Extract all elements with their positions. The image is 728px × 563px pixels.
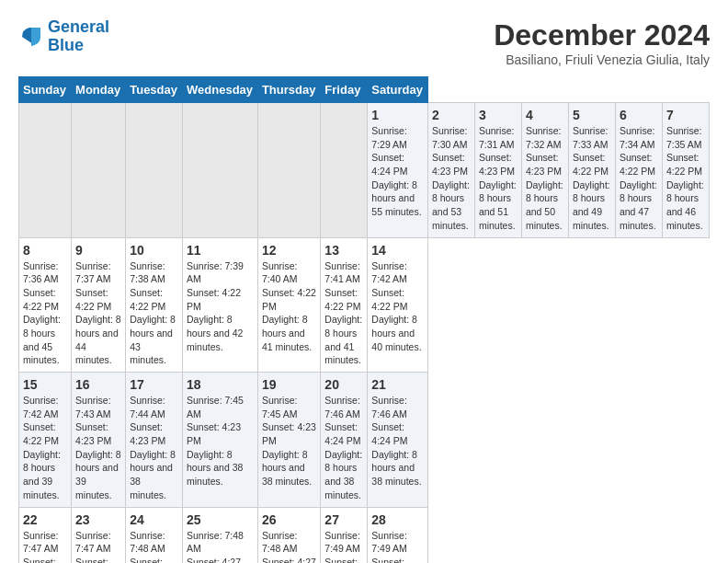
day-number: 2 <box>432 108 471 122</box>
sunrise: Sunrise: 7:49 AM <box>371 530 407 555</box>
calendar-cell <box>126 103 183 238</box>
sunrise: Sunrise: 7:31 AM <box>479 125 515 150</box>
sunset: Sunset: 4:22 PM <box>75 287 111 312</box>
daylight: Daylight: 8 hours and 45 minutes. <box>23 314 61 365</box>
sunrise: Sunrise: 7:37 AM <box>75 260 111 285</box>
sunset: Sunset: 4:23 PM <box>479 152 515 177</box>
calendar-cell: 19Sunrise: 7:45 AMSunset: 4:23 PMDayligh… <box>257 373 320 508</box>
sunrise: Sunrise: 7:46 AM <box>371 395 407 419</box>
cell-content: Sunrise: 7:32 AMSunset: 4:23 PMDaylight:… <box>526 124 564 233</box>
daylight: Daylight: 8 hours and 39 minutes. <box>23 449 61 500</box>
sunrise: Sunrise: 7:43 AM <box>75 395 111 419</box>
sunset: Sunset: 4:25 PM <box>75 557 111 563</box>
cell-content: Sunrise: 7:46 AMSunset: 4:24 PMDaylight:… <box>324 394 363 502</box>
sunrise: Sunrise: 7:30 AM <box>432 125 468 150</box>
sunset: Sunset: 4:23 PM <box>130 421 165 446</box>
daylight: Daylight: 8 hours and 40 minutes. <box>371 314 421 351</box>
day-number: 10 <box>130 243 178 258</box>
sunset: Sunset: 4:27 PM <box>262 557 316 563</box>
sunset: Sunset: 4:24 PM <box>371 152 407 177</box>
cell-content: Sunrise: 7:44 AMSunset: 4:23 PMDaylight:… <box>130 394 178 502</box>
calendar-cell: 13Sunrise: 7:41 AMSunset: 4:22 PMDayligh… <box>321 237 368 373</box>
sunset: Sunset: 4:22 PM <box>620 152 655 177</box>
daylight: Daylight: 8 hours and 51 minutes. <box>479 179 517 231</box>
daylight: Daylight: 8 hours and 47 minutes. <box>620 179 657 231</box>
day-number: 13 <box>324 243 363 258</box>
day-number: 4 <box>526 108 564 122</box>
sunrise: Sunrise: 7:38 AM <box>130 260 165 285</box>
sunset: Sunset: 4:24 PM <box>371 421 407 446</box>
cell-content: Sunrise: 7:36 AMSunset: 4:22 PMDaylight:… <box>23 259 67 368</box>
calendar-cell: 15Sunrise: 7:42 AMSunset: 4:22 PMDayligh… <box>19 373 72 508</box>
calendar-cell: 9Sunrise: 7:37 AMSunset: 4:22 PMDaylight… <box>72 237 126 373</box>
daylight: Daylight: 8 hours and 38 minutes. <box>324 449 362 500</box>
calendar-cell: 3Sunrise: 7:31 AMSunset: 4:23 PMDaylight… <box>474 103 521 238</box>
sunset: Sunset: 4:22 PM <box>371 287 407 312</box>
cell-content: Sunrise: 7:31 AMSunset: 4:23 PMDaylight:… <box>479 124 518 233</box>
day-number: 23 <box>75 512 121 527</box>
calendar-cell: 20Sunrise: 7:46 AMSunset: 4:24 PMDayligh… <box>321 373 368 508</box>
sunrise: Sunrise: 7:48 AM <box>262 530 298 555</box>
sunset: Sunset: 4:23 PM <box>75 421 111 446</box>
sunrise: Sunrise: 7:42 AM <box>371 260 407 285</box>
logo-text: General Blue <box>48 18 109 55</box>
day-number: 21 <box>371 377 424 392</box>
cell-content: Sunrise: 7:48 AMSunset: 4:27 PMDaylight:… <box>262 529 316 564</box>
header-saturday: Saturday <box>368 77 428 103</box>
daylight: Daylight: 8 hours and 41 minutes. <box>324 314 362 365</box>
sunset: Sunset: 4:28 PM <box>324 557 360 563</box>
calendar-header-row: SundayMondayTuesdayWednesdayThursdayFrid… <box>19 77 710 103</box>
calendar-cell: 6Sunrise: 7:34 AMSunset: 4:22 PMDaylight… <box>615 103 662 238</box>
logo: General Blue <box>18 18 109 55</box>
sunrise: Sunrise: 7:48 AM <box>187 530 244 555</box>
header-sunday: Sunday <box>19 77 72 103</box>
calendar-week-row: 22Sunrise: 7:47 AMSunset: 4:25 PMDayligh… <box>19 507 710 563</box>
sunrise: Sunrise: 7:47 AM <box>23 530 59 555</box>
calendar-cell: 4Sunrise: 7:32 AMSunset: 4:23 PMDaylight… <box>521 103 568 238</box>
page-header: General Blue December 2024 Basiliano, Fr… <box>18 18 710 67</box>
cell-content: Sunrise: 7:45 AMSunset: 4:23 PMDaylight:… <box>187 394 254 488</box>
sunrise: Sunrise: 7:41 AM <box>324 260 360 285</box>
header-thursday: Thursday <box>257 77 320 103</box>
sunset: Sunset: 4:26 PM <box>130 557 165 563</box>
day-number: 28 <box>371 512 424 527</box>
sunrise: Sunrise: 7:48 AM <box>130 530 165 555</box>
calendar-cell: 7Sunrise: 7:35 AMSunset: 4:22 PMDaylight… <box>662 103 709 238</box>
sunrise: Sunrise: 7:45 AM <box>262 395 298 419</box>
calendar-table: SundayMondayTuesdayWednesdayThursdayFrid… <box>18 76 710 563</box>
calendar-cell <box>257 103 320 238</box>
logo-line1: General <box>48 17 109 36</box>
day-number: 22 <box>23 512 67 527</box>
cell-content: Sunrise: 7:34 AMSunset: 4:22 PMDaylight:… <box>620 124 658 233</box>
calendar-cell: 1Sunrise: 7:29 AMSunset: 4:24 PMDaylight… <box>368 103 428 238</box>
cell-content: Sunrise: 7:29 AMSunset: 4:24 PMDaylight:… <box>371 124 424 219</box>
calendar-week-row: 8Sunrise: 7:36 AMSunset: 4:22 PMDaylight… <box>19 237 710 373</box>
cell-content: Sunrise: 7:40 AMSunset: 4:22 PMDaylight:… <box>262 259 316 354</box>
daylight: Daylight: 8 hours and 38 minutes. <box>371 449 421 487</box>
header-friday: Friday <box>321 77 368 103</box>
calendar-cell: 27Sunrise: 7:49 AMSunset: 4:28 PMDayligh… <box>321 507 368 563</box>
sunrise: Sunrise: 7:40 AM <box>262 260 298 285</box>
daylight: Daylight: 8 hours and 53 minutes. <box>432 179 470 231</box>
calendar-cell: 23Sunrise: 7:47 AMSunset: 4:25 PMDayligh… <box>72 507 126 563</box>
calendar-cell: 22Sunrise: 7:47 AMSunset: 4:25 PMDayligh… <box>19 507 72 563</box>
day-number: 1 <box>371 108 424 122</box>
daylight: Daylight: 8 hours and 50 minutes. <box>526 179 563 231</box>
daylight: Daylight: 8 hours and 44 minutes. <box>75 314 121 365</box>
cell-content: Sunrise: 7:48 AMSunset: 4:26 PMDaylight:… <box>130 529 178 564</box>
sunrise: Sunrise: 7:45 AM <box>187 395 244 419</box>
day-number: 20 <box>324 377 363 392</box>
sunset: Sunset: 4:22 PM <box>262 287 316 312</box>
day-number: 27 <box>324 512 363 527</box>
cell-content: Sunrise: 7:35 AMSunset: 4:22 PMDaylight:… <box>666 124 705 233</box>
cell-content: Sunrise: 7:46 AMSunset: 4:24 PMDaylight:… <box>371 394 424 488</box>
sunset: Sunset: 4:22 PM <box>666 152 702 177</box>
calendar-cell <box>183 103 258 238</box>
sunset: Sunset: 4:22 PM <box>187 287 241 312</box>
calendar-week-row: 15Sunrise: 7:42 AMSunset: 4:22 PMDayligh… <box>19 373 710 508</box>
sunrise: Sunrise: 7:42 AM <box>23 395 59 419</box>
sunset: Sunset: 4:23 PM <box>187 421 241 446</box>
sunset: Sunset: 4:27 PM <box>187 557 241 563</box>
daylight: Daylight: 8 hours and 46 minutes. <box>666 179 704 231</box>
cell-content: Sunrise: 7:49 AMSunset: 4:28 PMDaylight:… <box>324 529 363 564</box>
